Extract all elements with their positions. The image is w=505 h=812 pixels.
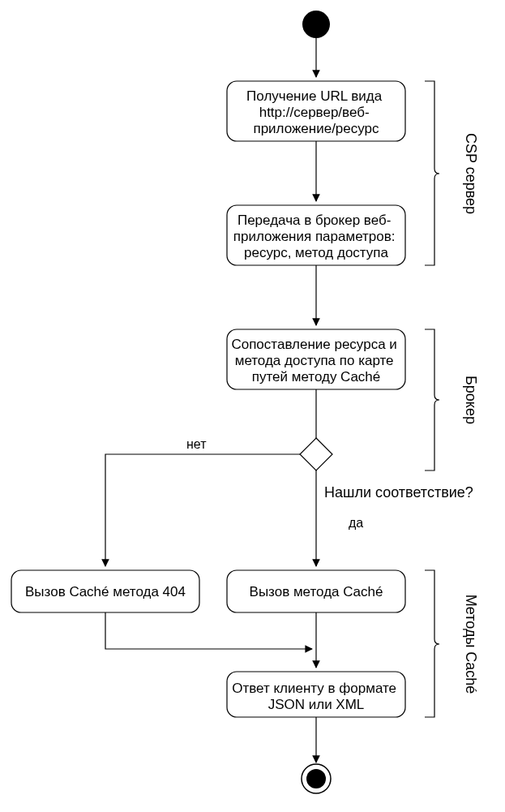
activity-n1-text: Получение URL вида http://сервер/веб- пр… (246, 88, 386, 136)
activity-n5-text: Вызов метода Caché (250, 584, 383, 599)
bracket-broker (425, 329, 439, 470)
edge-no-label: нет (186, 437, 207, 451)
bracket-csp (425, 81, 439, 265)
activity-n2-text: Передача в брокер веб- приложения параме… (233, 213, 400, 260)
end-node (302, 764, 331, 793)
decision-question: Нашли соответствие? (324, 484, 473, 501)
flowchart: Получение URL вида http://сервер/веб- пр… (0, 0, 505, 812)
group-label-csp: CSP сервер (463, 133, 479, 214)
edge-n4-merge (105, 612, 312, 649)
svg-marker-0 (300, 438, 332, 470)
decision-d1 (300, 438, 332, 470)
group-label-broker: Брокер (463, 376, 479, 424)
edge-d1-n4 (105, 454, 300, 566)
edge-yes-label: да (349, 516, 363, 530)
bracket-methods (425, 570, 439, 717)
group-label-methods: Методы Caché (463, 595, 479, 694)
activity-n3-text: Сопоставление ресурса и метода доступа п… (231, 337, 400, 385)
activity-n4-text: Вызов Caché метода 404 (25, 584, 186, 599)
svg-point-2 (306, 769, 326, 788)
start-node (302, 11, 330, 38)
